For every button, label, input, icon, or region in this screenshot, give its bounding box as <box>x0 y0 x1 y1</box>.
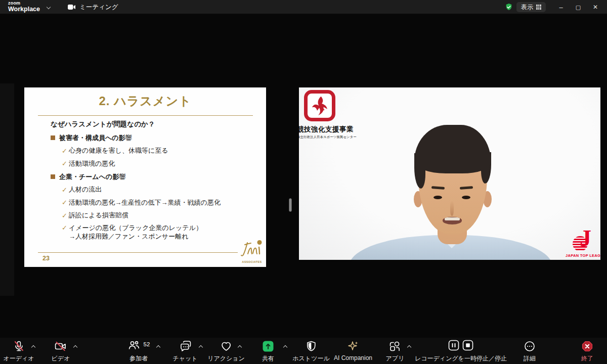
chat-options-chevron-icon[interactable] <box>199 345 203 349</box>
ai-companion-button-label: AI Companion <box>334 354 372 361</box>
left-gutter <box>0 83 14 296</box>
share-icon <box>262 340 274 353</box>
program-badge-subtitle: 独立行政法人日本スポーツ振興センター <box>299 135 373 140</box>
jmi-logo-caption: ASSOCIATES <box>240 260 264 263</box>
window-minimize-button[interactable]: – <box>552 0 570 14</box>
window-close-button[interactable]: ✕ <box>587 0 604 14</box>
shared-screen-slide: 2. ハラスメント なぜハラスメントが問題なのか？ 被害者・構成員への影響 ✓ … <box>24 87 266 267</box>
chat-button-label: チャット <box>172 354 197 363</box>
mic-muted-icon <box>13 340 25 353</box>
item-text: 人材の流出 <box>69 185 102 194</box>
reactions-icon <box>220 340 233 353</box>
share-button[interactable]: 共有 <box>262 340 274 363</box>
jtl-j-letter: J <box>580 227 591 250</box>
program-badge: 競技強化支援事業 独立行政法人日本スポーツ振興センター <box>299 90 373 140</box>
pause-recording-icon[interactable] <box>448 339 460 353</box>
apps-options-chevron-icon[interactable] <box>407 345 411 349</box>
jmi-logo-mark <box>241 240 263 258</box>
more-button-label: 詳細 <box>524 354 536 363</box>
meeting-control-toolbar: オーディオ ビデオ 52 参 <box>0 338 607 364</box>
slide-bullet-list: 被害者・構成員への影響 ✓ 心身の健康を害し、休職等に至る ✓ 活動環境の悪化 … <box>49 131 263 241</box>
audio-button[interactable]: オーディオ <box>3 340 34 363</box>
security-shield-icon[interactable] <box>505 3 513 11</box>
speaker-video-tile: 競技強化支援事業 独立行政法人日本スポーツ振興センター J JAPAN TOP … <box>299 87 600 260</box>
participants-button-label: 参加者 <box>129 354 148 363</box>
view-button[interactable]: 表示 <box>516 2 546 12</box>
slide-bullet-item: ✓ 心身の健康を害し、休職等に至る <box>49 145 263 158</box>
share-button-label: 共有 <box>262 354 274 363</box>
jtl-logo-mark: J <box>566 229 600 252</box>
end-meeting-button[interactable]: 終了 <box>581 340 593 363</box>
more-button[interactable]: 詳細 <box>524 340 536 363</box>
video-options-chevron-icon[interactable] <box>73 345 77 349</box>
ai-companion-button[interactable]: AI Companion <box>334 340 372 361</box>
check-bullet-icon: ✓ <box>62 199 69 206</box>
jtl-logo-caption: JAPAN TOP LEAGUE <box>566 253 600 258</box>
heading-text: 被害者・構成員への影響 <box>59 133 132 143</box>
host-tools-button-label: ホストツール <box>292 354 329 363</box>
window-maximize-button[interactable]: ▢ <box>570 0 587 14</box>
stop-recording-icon[interactable] <box>462 339 474 353</box>
item-text: 訴訟による損害賠償 <box>69 211 128 220</box>
chat-button[interactable]: チャット <box>172 340 197 363</box>
apps-button[interactable]: アプリ <box>386 340 405 363</box>
heading-text: 企業・チームへの影響 <box>59 172 125 181</box>
participants-count: 52 <box>144 341 150 347</box>
share-options-chevron-icon[interactable] <box>283 345 287 349</box>
audio-options-chevron-icon[interactable] <box>31 345 35 349</box>
program-badge-title: 競技強化支援事業 <box>299 125 373 134</box>
video-button[interactable]: ビデオ <box>52 340 70 363</box>
workplace-logo-text: Workplace <box>8 6 40 13</box>
reactions-button-label: リアクション <box>207 354 245 363</box>
meeting-tab-label: ミーティング <box>79 3 118 12</box>
slide-title: 2. ハラスメント <box>24 93 266 109</box>
bird-logo-icon <box>304 90 335 121</box>
slide-bullet-item: ✓ イメージの悪化（ブラック企業のレッテル） →人材採用難／ファン・スポンサー離… <box>49 222 263 241</box>
slide-page-number: 23 <box>42 255 50 262</box>
square-bullet-icon <box>51 174 55 179</box>
tab-meeting[interactable]: ミーティング <box>64 0 122 14</box>
host-tools-button[interactable]: ホストツール <box>292 340 329 363</box>
reactions-button[interactable]: リアクション <box>207 340 245 363</box>
apps-button-label: アプリ <box>386 354 405 363</box>
slide-lead-question: なぜハラスメントが問題なのか？ <box>51 120 155 129</box>
slide-section-heading: 被害者・構成員への影響 <box>49 131 263 145</box>
slide-bullet-item: ✓ 活動環境の悪化→生産性の低下→業績・戦績の悪化 <box>49 196 263 209</box>
slide-bullet-item: ✓ 活動環境の悪化 <box>49 157 263 170</box>
panel-resize-handle[interactable] <box>289 198 292 212</box>
check-bullet-icon: ✓ <box>62 147 69 155</box>
participants-button[interactable]: 52 参加者 <box>127 340 150 363</box>
jmi-associates-logo: ASSOCIATES <box>240 240 264 263</box>
view-button-label: 表示 <box>521 3 533 12</box>
more-icon <box>524 340 536 353</box>
host-tools-icon <box>305 340 317 353</box>
ai-companion-icon <box>346 340 360 353</box>
square-bullet-icon <box>51 135 55 140</box>
item-text: イメージの悪化（ブラック企業のレッテル） <box>69 223 202 232</box>
item-continuation-text: →人材採用難／ファン・スポンサー離れ <box>69 232 202 241</box>
japan-top-league-logo: J JAPAN TOP LEAGUE <box>566 229 600 258</box>
meeting-stage: 2. ハラスメント なぜハラスメントが問題なのか？ 被害者・構成員への影響 ✓ … <box>0 14 607 338</box>
video-button-label: ビデオ <box>52 354 70 363</box>
view-grid-icon <box>536 5 541 10</box>
audio-button-label: オーディオ <box>3 354 34 363</box>
chat-icon <box>179 340 192 353</box>
recording-pause-stop-button[interactable]: レコーディングを一時停止／停止 <box>415 340 507 363</box>
check-bullet-icon: ✓ <box>62 186 69 194</box>
end-icon <box>581 340 593 353</box>
workspace-dropdown-chevron-icon[interactable] <box>47 5 51 9</box>
recording-button-label: レコーディングを一時停止／停止 <box>415 354 507 363</box>
zoom-meeting-window: zoom Workplace ミーティング 表示 – ▢ ✕ 2. ハラスメント… <box>0 0 607 364</box>
check-bullet-icon: ✓ <box>62 160 69 167</box>
item-text: 活動環境の悪化 <box>69 159 115 168</box>
participants-icon <box>127 339 141 353</box>
participants-options-chevron-icon[interactable] <box>156 345 160 349</box>
check-bullet-icon: ✓ <box>62 212 69 219</box>
slide-footer-rule <box>38 252 238 253</box>
item-text: 心身の健康を害し、休職等に至る <box>69 146 168 155</box>
slide-bullet-item: ✓ 訴訟による損害賠償 <box>49 209 263 222</box>
slide-section-heading: 企業・チームへの影響 <box>49 170 263 184</box>
end-button-label: 終了 <box>581 354 593 363</box>
meeting-camera-icon <box>68 4 76 10</box>
reactions-options-chevron-icon[interactable] <box>238 345 242 349</box>
